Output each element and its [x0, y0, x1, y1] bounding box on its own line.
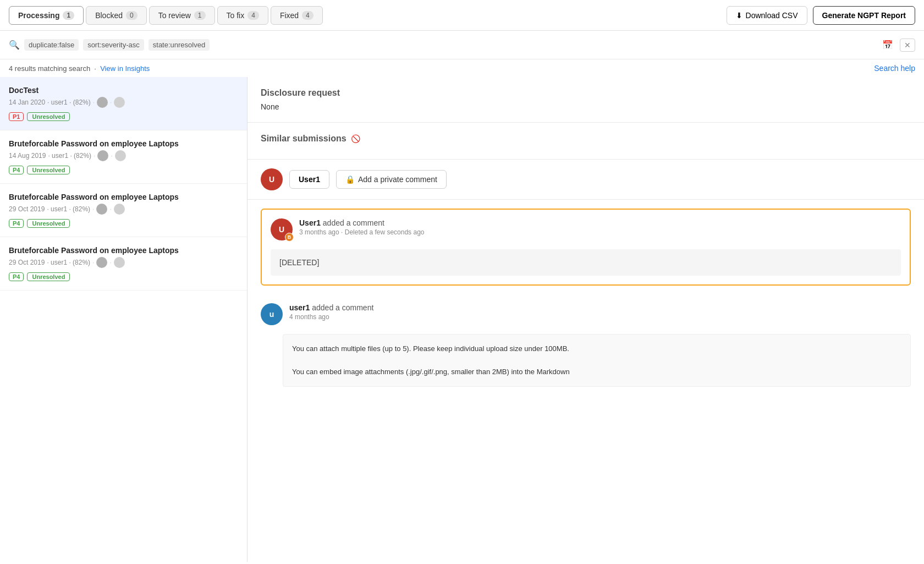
regular-comment-body: You can attach multiple files (up to 5).…: [283, 334, 911, 387]
priority-badge: P4: [9, 272, 24, 281]
calendar-icon[interactable]: 📅: [880, 37, 895, 52]
disclosure-request-value: None: [261, 102, 911, 111]
left-panel: DocTest 14 Jan 2020 · user1 · (82%) · · …: [0, 77, 248, 562]
list-item-badges: P4 Unresolved: [9, 272, 238, 281]
tab-label-processing: Processing: [18, 11, 59, 20]
status-badge: Unresolved: [27, 219, 70, 228]
disclosure-request-section: Disclosure request None: [248, 77, 924, 123]
search-tag[interactable]: state:unresolved: [148, 39, 210, 51]
download-icon: ⬇: [736, 11, 743, 20]
search-help-link[interactable]: Search help: [874, 64, 915, 73]
tab-label-to-review: To review: [158, 11, 191, 20]
comment-input-row: U User1 🔒 Add a private comment: [248, 160, 924, 200]
right-panel: Disclosure request None Similar submissi…: [248, 77, 924, 562]
highlighted-avatar-wrap: U B: [271, 218, 293, 240]
list-item[interactable]: Bruteforcable Password on employee Lapto…: [0, 237, 247, 291]
list-item-date: 14 Jan 2020: [9, 98, 45, 106]
regular-comment-meta: user1 added a comment 4 months ago: [289, 303, 911, 321]
clear-search-button[interactable]: ✕: [900, 39, 915, 52]
comment-body-line2: You can embed image attachments (.jpg/.g…: [292, 366, 901, 378]
list-item[interactable]: DocTest 14 Jan 2020 · user1 · (82%) · · …: [0, 77, 247, 130]
list-item-meta: 14 Jan 2020 · user1 · (82%) · ·: [9, 97, 238, 108]
current-user-avatar: U: [261, 168, 283, 190]
list-item-badges: P1 Unresolved: [9, 112, 238, 121]
list-item-date: 14 Aug 2019: [9, 152, 46, 160]
tab-label-to-fix: To fix: [227, 11, 245, 20]
regular-timestamp: 4 months ago: [289, 313, 911, 321]
list-item-title: Bruteforcable Password on employee Lapto…: [9, 193, 238, 201]
avatar-icon-1: [97, 150, 108, 161]
results-bar: 4 results matching search · View in Insi…: [0, 59, 924, 77]
highlighted-comment-body: [DELETED]: [271, 249, 901, 276]
tab-badge-to-fix: 4: [248, 11, 259, 20]
list-item-title: Bruteforcable Password on employee Lapto…: [9, 246, 238, 255]
tab-badge-fixed: 4: [302, 11, 314, 20]
tab-to-fix[interactable]: To fix4: [217, 6, 268, 25]
add-private-comment-button[interactable]: 🔒 Add a private comment: [336, 170, 447, 189]
search-icon: 🔍: [9, 40, 20, 50]
tab-badge-to-review: 1: [194, 11, 206, 20]
regular-comment: u user1 added a comment 4 months ago: [248, 294, 924, 330]
regular-action: added a comment: [312, 303, 373, 312]
tab-fixed[interactable]: Fixed4: [271, 6, 323, 25]
tab-badge-blocked: 0: [126, 11, 138, 20]
avatar-icon-2: [114, 257, 125, 268]
status-badge: Unresolved: [27, 112, 70, 121]
highlighted-comment-header: U B User1 added a comment 3 months ago ·…: [262, 210, 910, 245]
tab-processing[interactable]: Processing1: [9, 6, 84, 25]
tab-blocked[interactable]: Blocked0: [86, 6, 147, 25]
search-bar: 🔍 duplicate:falsesort:severity-ascstate:…: [0, 31, 924, 59]
highlighted-comment-author-line: User1 added a comment: [299, 218, 901, 227]
avatar-badge: B: [285, 233, 294, 242]
list-item[interactable]: Bruteforcable Password on employee Lapto…: [0, 184, 247, 237]
tab-badge-processing: 1: [63, 11, 74, 20]
list-item-title: DocTest: [9, 86, 238, 95]
status-badge: Unresolved: [27, 272, 70, 281]
download-csv-button[interactable]: ⬇ Download CSV: [727, 6, 807, 25]
status-badge: Unresolved: [27, 166, 70, 174]
list-item-date: 29 Oct 2019: [9, 205, 45, 213]
regular-comment-author-line: user1 added a comment: [289, 303, 911, 312]
download-label: Download CSV: [746, 11, 798, 20]
priority-badge: P4: [9, 219, 24, 228]
priority-badge: P1: [9, 112, 24, 121]
search-tag[interactable]: duplicate:false: [24, 39, 79, 51]
tab-label-blocked: Blocked: [95, 11, 123, 20]
search-tags: duplicate:falsesort:severity-ascstate:un…: [24, 39, 210, 51]
list-item-badges: P4 Unresolved: [9, 219, 238, 228]
highlighted-comment: U B User1 added a comment 3 months ago ·…: [261, 209, 911, 286]
similar-submissions-section: Similar submissions 🚫: [248, 123, 924, 160]
generate-label: Generate NGPT Report: [822, 11, 906, 20]
generate-report-button[interactable]: Generate NGPT Report: [813, 6, 915, 25]
tab-label-fixed: Fixed: [280, 11, 299, 20]
hidden-icon: 🚫: [351, 134, 360, 143]
list-item[interactable]: Bruteforcable Password on employee Lapto…: [0, 130, 247, 184]
lock-icon: 🔒: [345, 175, 355, 184]
results-count: 4 results matching search · View in Insi…: [9, 64, 150, 73]
search-tag[interactable]: sort:severity-asc: [83, 39, 144, 51]
list-item-meta: 29 Oct 2019 · user1 · (82%) · ·: [9, 204, 238, 215]
list-item-meta: 14 Aug 2019 · user1 · (82%) · ·: [9, 150, 238, 161]
avatar-icon-1: [97, 97, 108, 108]
list-item-badges: P4 Unresolved: [9, 166, 238, 174]
tabs-left: Processing1Blocked0To review1To fix4Fixe…: [9, 6, 727, 25]
disclosure-request-title: Disclosure request: [261, 88, 911, 98]
priority-badge: P4: [9, 166, 24, 174]
main-content: DocTest 14 Jan 2020 · user1 · (82%) · · …: [0, 77, 924, 562]
list-item-title: Bruteforcable Password on employee Lapto…: [9, 139, 238, 148]
tabs-right: ⬇ Download CSV Generate NGPT Report: [727, 6, 915, 25]
list-item-date: 29 Oct 2019: [9, 259, 45, 266]
view-insights-link[interactable]: View in Insights: [100, 64, 150, 73]
highlighted-timestamp: 3 months ago · Deleted a few seconds ago: [299, 228, 901, 236]
tab-to-review[interactable]: To review1: [149, 6, 215, 25]
regular-user-avatar: u: [261, 303, 283, 325]
tabs-bar: Processing1Blocked0To review1To fix4Fixe…: [0, 0, 924, 31]
avatar-icon-2: [114, 97, 125, 108]
user1-button[interactable]: User1: [289, 170, 329, 189]
avatar-icon-2: [115, 150, 126, 161]
highlighted-action: added a comment: [323, 218, 384, 227]
avatar-icon-2: [114, 204, 125, 215]
avatar-icon-1: [96, 257, 107, 268]
avatar-icon-1: [96, 204, 107, 215]
comment-body-line1: You can attach multiple files (up to 5).…: [292, 343, 901, 355]
